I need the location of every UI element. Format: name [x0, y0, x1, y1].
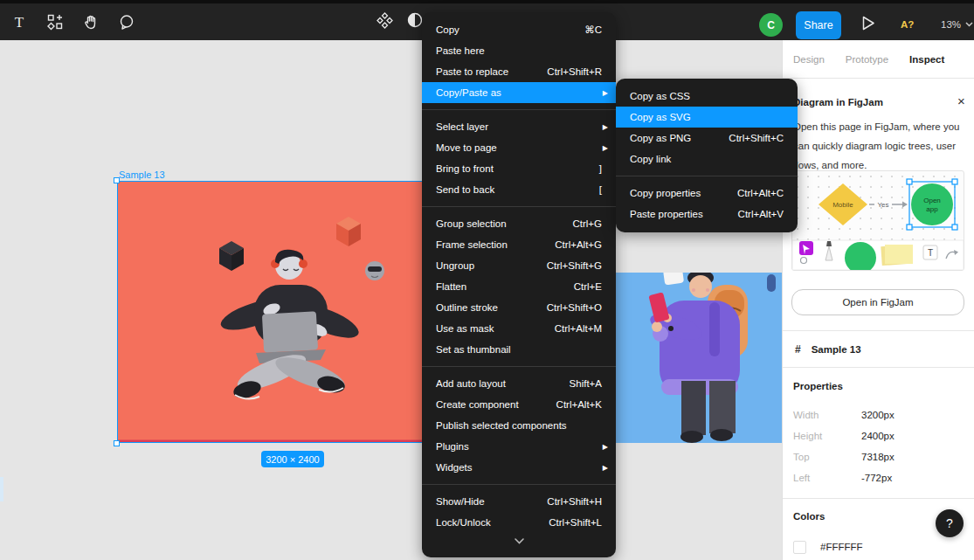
context-menu: Copy ⌘C Paste here Paste to replace Ctrl…	[422, 12, 616, 557]
chevron-down-icon	[515, 538, 524, 544]
resources-icon	[47, 14, 63, 30]
divider	[783, 498, 974, 499]
zoom-level: 13%	[941, 19, 961, 30]
menu-item-paste-properties[interactable]: Paste properties Ctrl+Alt+V	[616, 204, 798, 225]
menu-item-copy-as-css[interactable]: Copy as CSS	[616, 86, 798, 107]
submenu-arrow-icon: ▶	[603, 123, 608, 131]
menu-item-paste-to-replace[interactable]: Paste to replace Ctrl+Shift+R	[422, 61, 616, 82]
help-button[interactable]: ?	[936, 509, 964, 537]
menu-separator	[422, 109, 616, 110]
frame-name-label[interactable]: Sample 13	[119, 169, 165, 180]
selection-handle-top-left[interactable]	[114, 177, 120, 183]
svg-text:T: T	[928, 248, 933, 258]
submenu-arrow-icon: ▶	[603, 89, 608, 97]
property-value: 2400px	[861, 431, 895, 441]
flowchart-circle-label-2: app	[926, 205, 938, 213]
widgets-toolbar-button[interactable]	[376, 12, 392, 28]
avatar[interactable]: C	[759, 13, 783, 37]
menu-item-set-as-thumbnail[interactable]: Set as thumbnail	[422, 339, 616, 360]
person-shape	[218, 250, 363, 401]
tab-inspect[interactable]: Inspect	[909, 54, 944, 65]
missing-font-indicator[interactable]: A?	[901, 19, 914, 30]
menu-item-plugins[interactable]: Plugins ▶	[422, 436, 616, 457]
dark-cube-shape	[219, 241, 244, 271]
play-icon	[862, 16, 875, 31]
colors-section-title: Colors	[793, 511, 825, 522]
menu-item-copy[interactable]: Copy ⌘C	[422, 19, 616, 40]
menu-item-use-as-mask[interactable]: Use as mask Ctrl+Alt+M	[422, 318, 616, 339]
menu-item-lock-unlock[interactable]: Lock/Unlock Ctrl+Shift+L	[422, 512, 616, 533]
property-label: Top	[793, 452, 861, 462]
question-mark-icon: ?	[946, 516, 953, 530]
figjam-toolbar-strip	[792, 240, 964, 270]
selection-row[interactable]: # Sample 13	[783, 331, 974, 367]
menu-separator	[422, 206, 616, 207]
figjam-preview-thumbnail: Mobile Yes Open app T	[791, 170, 964, 271]
menu-item-publish-selected-components[interactable]: Publish selected components	[422, 415, 616, 436]
menu-item-group-selection[interactable]: Group selection Ctrl+G	[422, 213, 616, 234]
hand-tool-button[interactable]	[83, 14, 99, 30]
menu-item-paste-here[interactable]: Paste here	[422, 40, 616, 61]
property-row-left: Left -772px	[783, 467, 974, 488]
chevron-down-icon	[965, 22, 973, 27]
figjam-section-title: Diagram in FigJam	[793, 97, 883, 107]
close-icon[interactable]: ×	[957, 94, 965, 107]
menu-item-select-layer[interactable]: Select layer ▶	[422, 116, 616, 137]
scroll-thumb-shape	[767, 274, 776, 292]
frame-icon: #	[795, 343, 801, 356]
properties-list: Width 3200px Height 2400px Top 7318px Le…	[783, 404, 974, 488]
selection-handle-bottom-left[interactable]	[114, 440, 120, 446]
menu-item-copy-as-svg[interactable]: Copy as SVG	[616, 107, 798, 128]
flowchart-diamond-label: Mobile	[832, 201, 853, 209]
present-button[interactable]	[862, 16, 875, 34]
tab-design[interactable]: Design	[793, 54, 825, 65]
property-value: 7318px	[861, 452, 895, 462]
tab-prototype[interactable]: Prototype	[846, 54, 888, 65]
menu-item-send-to-back[interactable]: Send to back [	[422, 179, 616, 200]
menu-item-add-auto-layout[interactable]: Add auto layout Shift+A	[422, 373, 616, 394]
submenu-arrow-icon: ▶	[603, 443, 608, 451]
half-circle-icon	[407, 12, 423, 28]
menu-item-bring-to-front[interactable]: Bring to front ]	[422, 158, 616, 179]
submenu-arrow-icon: ▶	[603, 464, 608, 472]
properties-section-title: Properties	[793, 381, 843, 391]
selected-frame[interactable]	[117, 181, 468, 443]
menu-item-flatten[interactable]: Flatten Ctrl+E	[422, 276, 616, 297]
selection-name: Sample 13	[812, 344, 861, 355]
color-hex: #FFFFFF	[820, 542, 863, 552]
property-row-top: Top 7318px	[783, 446, 974, 467]
menu-item-create-component[interactable]: Create component Ctrl+Alt+K	[422, 394, 616, 415]
open-in-figjam-button[interactable]: Open in FigJam	[791, 289, 964, 315]
submenu-arrow-icon: ▶	[603, 144, 608, 152]
diamond-grid-icon	[376, 12, 393, 29]
share-button[interactable]: Share	[796, 11, 841, 39]
property-value: -772px	[861, 473, 892, 483]
comment-icon	[119, 14, 135, 30]
menu-item-show-hide[interactable]: Show/Hide Ctrl+Shift+H	[422, 491, 616, 512]
menu-item-copy-paste-as[interactable]: Copy/Paste as ▶	[422, 82, 616, 103]
property-label: Height	[793, 431, 861, 441]
theme-toolbar-button[interactable]	[407, 12, 423, 28]
menu-item-outline-stroke[interactable]: Outline stroke Ctrl+Shift+O	[422, 297, 616, 318]
menu-item-copy-properties[interactable]: Copy properties Ctrl+Alt+C	[616, 183, 798, 204]
hand-tool-icon	[83, 14, 99, 30]
comment-tool-button[interactable]	[119, 14, 135, 30]
menu-item-ungroup[interactable]: Ungroup Ctrl+Shift+G	[422, 255, 616, 276]
property-row-width: Width 3200px	[783, 404, 974, 425]
menu-scroll-more[interactable]	[422, 533, 616, 549]
flowchart-circle-shape	[911, 183, 953, 225]
property-label: Left	[793, 473, 861, 483]
text-tool-button[interactable]: T	[11, 14, 27, 30]
menu-separator	[616, 176, 798, 176]
menu-item-frame-selection[interactable]: Frame selection Ctrl+Alt+G	[422, 234, 616, 255]
resources-tool-button[interactable]	[47, 14, 63, 30]
menu-item-copy-link[interactable]: Copy link	[616, 149, 798, 169]
zoom-control[interactable]: 13%	[941, 19, 973, 30]
menu-item-move-to-page[interactable]: Move to page ▶	[422, 137, 616, 158]
color-row[interactable]: #FFFFFF	[793, 540, 863, 554]
inspector-panel: DesignPrototypeInspect Diagram in FigJam…	[782, 40, 974, 560]
copy-paste-as-submenu: Copy as CSS Copy as SVG Copy as PNG Ctrl…	[616, 79, 798, 232]
menu-item-copy-as-png[interactable]: Copy as PNG Ctrl+Shift+C	[616, 128, 798, 149]
menu-item-widgets[interactable]: Widgets ▶	[422, 457, 616, 478]
flowchart-connector-label: Yes	[877, 201, 888, 209]
